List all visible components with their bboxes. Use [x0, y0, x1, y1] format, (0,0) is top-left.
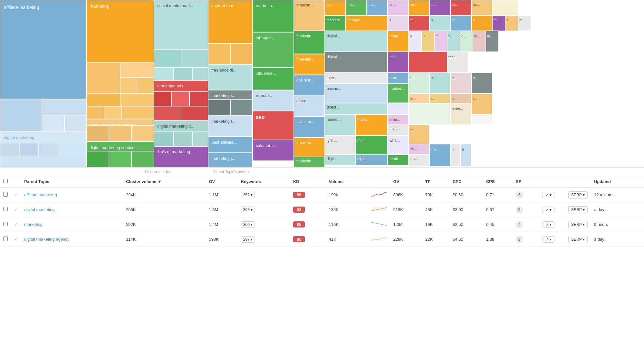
cluster-metrics-label: Cluster metrics	[145, 169, 171, 174]
svg-text:influence...: influence...	[256, 71, 276, 76]
serp-button[interactable]: SERP ▾	[568, 221, 588, 228]
row-checkbox-cell[interactable]	[0, 232, 11, 247]
svg-rect-8	[0, 143, 19, 156]
row-keywords[interactable]: 297 ▾	[238, 232, 290, 247]
kd-badge: 85	[293, 236, 305, 242]
svg-text:salesforc...: salesforc...	[256, 143, 276, 148]
row-cluster-volume: 205K	[123, 202, 206, 217]
trend-arrow-button[interactable]: ↗ ▾	[543, 192, 554, 198]
row-kd: 89	[290, 187, 326, 202]
svg-text:network...: network...	[348, 18, 363, 22]
keywords-select[interactable]: 297 ▾	[241, 236, 255, 243]
svg-rect-10	[39, 143, 58, 156]
row-checkbox[interactable]	[3, 237, 8, 241]
trend-arrow-button[interactable]: ↗ ▾	[543, 207, 554, 213]
select-all-checkbox[interactable]	[3, 179, 8, 183]
svg-text:marketin...: marketin...	[296, 159, 314, 163]
row-action1[interactable]: ↗ ▾	[539, 232, 565, 247]
row-parent-topic[interactable]: affiliate marketing	[21, 187, 123, 202]
svg-text:freelance di...: freelance di...	[211, 68, 236, 73]
row-checkbox-cell[interactable]	[0, 187, 11, 202]
parent-topic-link[interactable]: marketing	[24, 222, 43, 227]
row-checkbox[interactable]	[3, 207, 8, 211]
svg-rect-17	[120, 78, 138, 93]
row-kd: 85	[290, 232, 326, 247]
parent-topic-link[interactable]: digital marketing agency	[24, 237, 69, 242]
row-checkmark: ✓	[11, 187, 21, 202]
svg-rect-32	[109, 151, 131, 167]
serp-button[interactable]: SERP ▾	[568, 206, 588, 213]
row-action1[interactable]: ↗ ▾	[539, 187, 565, 202]
row-keywords[interactable]: 308 ▾	[238, 202, 290, 217]
row-parent-topic[interactable]: digital marketing	[21, 202, 123, 217]
row-tp: 70K	[422, 187, 449, 202]
trend-arrow-button[interactable]: ↗ ▾	[543, 236, 554, 243]
row-action1[interactable]: ↗ ▾	[539, 217, 565, 232]
svg-text:online m...: online m...	[296, 120, 314, 124]
table-row: ✓ affiliate marketing 294K 1.1M 352 ▾ 89…	[0, 187, 644, 202]
select-all-checkbox-header[interactable]	[0, 176, 11, 187]
keywords-select[interactable]: 308 ▾	[241, 207, 255, 213]
cluster-volume-header[interactable]: Cluster volume ▼	[123, 176, 206, 187]
row-checkbox[interactable]	[3, 192, 8, 197]
svg-rect-9	[19, 143, 39, 156]
svg-text:4 p's of marketing: 4 p's of marketing	[157, 149, 190, 154]
row-cps: 0.67	[483, 202, 513, 217]
row-action2[interactable]: SERP ▾	[565, 187, 591, 202]
row-parent-topic[interactable]: digital marketing agency	[21, 232, 123, 247]
row-action2[interactable]: SERP ▾	[565, 217, 591, 232]
row-action2[interactable]: SERP ▾	[565, 232, 591, 247]
row-volume: 135K	[325, 202, 367, 217]
row-tp: 22K	[422, 232, 449, 247]
svg-text:s...: s...	[506, 18, 511, 22]
row-checkbox-cell[interactable]	[0, 202, 11, 217]
parent-topic-link[interactable]: affiliate marketing	[24, 192, 57, 197]
svg-text:a...: a...	[473, 18, 478, 22]
trend-arrow-button[interactable]: ↗ ▾	[543, 221, 554, 228]
svg-text:p...: p...	[410, 34, 415, 38]
svg-text:expe...: expe...	[452, 106, 463, 110]
svg-text:m...: m...	[436, 34, 441, 38]
row-trend	[368, 217, 390, 232]
row-action2[interactable]: SERP ▾	[565, 202, 591, 217]
row-parent-topic[interactable]: marketing	[21, 217, 123, 232]
row-action1[interactable]: ↗ ▾	[539, 202, 565, 217]
row-gv2: 806K	[390, 187, 422, 202]
action1-header	[539, 176, 565, 187]
row-cluster-volume: 294K	[123, 187, 206, 202]
svg-text:s...: s...	[431, 76, 436, 80]
svg-rect-63	[208, 100, 231, 116]
svg-rect-40	[193, 68, 208, 81]
row-sf: 6	[513, 187, 539, 202]
svg-text:m...: m...	[519, 18, 525, 22]
row-checkbox[interactable]	[3, 222, 8, 226]
svg-text:seo: seo	[256, 114, 265, 120]
svg-rect-28	[131, 125, 154, 141]
tp-header: TP	[422, 176, 449, 187]
gv-header: GV	[206, 176, 237, 187]
svg-text:digit...: digit...	[389, 55, 400, 59]
svg-text:market...: market...	[327, 117, 342, 122]
svg-text:s...: s...	[431, 18, 436, 22]
row-volume: 116K	[325, 217, 367, 232]
svg-text:mar...: mar...	[448, 55, 457, 59]
svg-text:ma...: ma...	[410, 157, 418, 160]
serp-button[interactable]: SERP ▾	[568, 191, 588, 198]
row-cpc: $0.60	[449, 187, 483, 202]
keywords-select[interactable]: 352 ▾	[241, 192, 255, 198]
row-keywords[interactable]: 300 ▾	[238, 217, 290, 232]
svg-text:f...: f...	[410, 76, 414, 80]
row-checkmark: ✓	[11, 202, 21, 217]
svg-text:m...: m...	[410, 128, 416, 132]
parent-topic-header: Parent Topic	[21, 176, 123, 187]
serp-button[interactable]: SERP ▾	[568, 236, 588, 243]
table-row: ✓ digital marketing agency 114K 598K 297…	[0, 232, 644, 247]
row-gv2: 918K	[390, 202, 422, 217]
kd-badge: 89	[293, 192, 305, 198]
row-checkbox-cell[interactable]	[0, 217, 11, 232]
keywords-select[interactable]: 300 ▾	[241, 221, 255, 228]
row-keywords[interactable]: 352 ▾	[238, 187, 290, 202]
row-cpc: $4.50	[449, 232, 483, 247]
row-trend	[368, 232, 390, 247]
parent-topic-link[interactable]: digital marketing	[24, 207, 55, 212]
